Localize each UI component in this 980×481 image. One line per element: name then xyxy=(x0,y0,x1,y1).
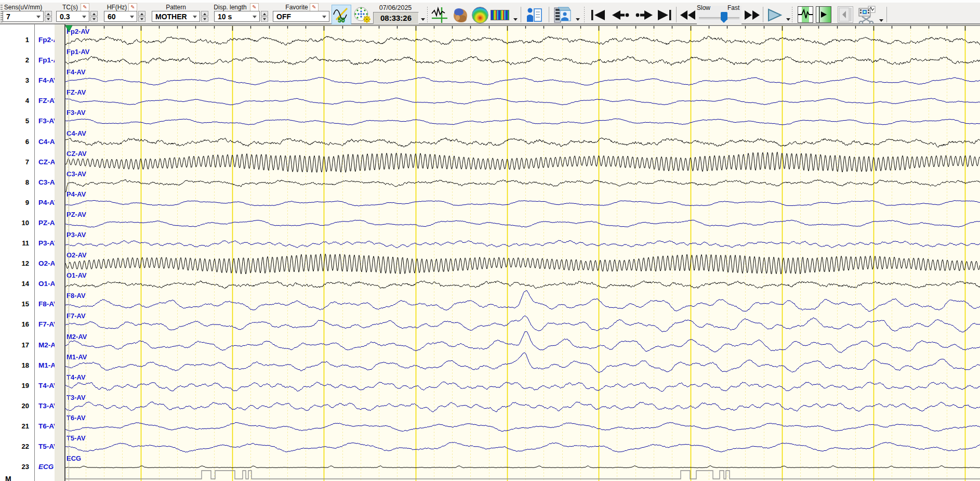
channel-number: 4 xyxy=(0,97,29,105)
channel-row-T3-AV[interactable]: 20T3-AV xyxy=(0,402,55,411)
channel-number: 11 xyxy=(0,239,29,247)
trace-canvas[interactable] xyxy=(65,24,980,481)
channel-row-C4-AV[interactable]: 6C4-AV xyxy=(0,138,55,147)
notch-filter-button[interactable]: 50 xyxy=(332,5,351,24)
sine-needle-icon: 50 xyxy=(333,6,350,23)
channel-row-F8-AV[interactable]: 15F8-AV xyxy=(0,300,55,309)
channel-number: 6 xyxy=(0,138,29,146)
play-button[interactable] xyxy=(766,5,784,24)
edit-pencil-icon[interactable]: ✎ xyxy=(81,3,89,11)
wave-clip-icon xyxy=(798,7,813,22)
slider-handle[interactable] xyxy=(721,12,727,20)
channel-row-T6-AV[interactable]: 21T6-AV xyxy=(0,422,55,432)
channel-row-O1-AV[interactable]: 14O1-AV xyxy=(0,280,55,289)
cut-menu-caret-icon[interactable] xyxy=(879,19,883,24)
tc-spinner[interactable] xyxy=(90,11,98,22)
channel-number: 19 xyxy=(0,382,29,389)
disp-length-combo[interactable]: 10 s xyxy=(214,11,260,22)
back-disabled-button[interactable] xyxy=(838,6,853,23)
film-person-icon xyxy=(553,6,572,24)
svg-text:50: 50 xyxy=(338,17,345,23)
channel-row-PZ-AV[interactable]: 10PZ-AV xyxy=(0,219,55,228)
edit-pencil-icon[interactable]: ✎ xyxy=(310,3,319,11)
patient-report-button[interactable] xyxy=(525,5,544,24)
spin-up-icon xyxy=(261,11,268,16)
prev-event-button[interactable] xyxy=(611,5,631,24)
head-gear-icon xyxy=(353,6,372,24)
edit-pencil-icon[interactable]: ✎ xyxy=(250,3,259,11)
channel-row-C3-AV[interactable]: 8C3-AV xyxy=(0,178,55,188)
channel-row-T5-AV[interactable]: 22T5-AV xyxy=(0,443,55,452)
video-cut-button[interactable] xyxy=(856,5,877,24)
channel-row-F4-AV[interactable]: 3F4-AV xyxy=(0,76,55,86)
channel-row-F3-AV[interactable]: 5F3-AV xyxy=(0,117,55,126)
channel-row-O2-AV[interactable]: 12O2-AV xyxy=(0,259,55,269)
channel-number: 17 xyxy=(0,341,29,349)
channel-row-T4-AV[interactable]: 19T4-AV xyxy=(0,382,55,391)
favorite-combo[interactable]: OFF xyxy=(273,11,329,22)
date-text: 07/06/2025 xyxy=(370,4,421,11)
person-report-icon xyxy=(525,6,543,24)
channel-row-Fp2-AV[interactable]: 1Fp2-AV xyxy=(0,36,55,45)
montage-settings-button[interactable] xyxy=(353,5,372,24)
channel-row-Fp1-AV[interactable]: 2Fp1-AV xyxy=(0,56,55,66)
sens-spinner[interactable] xyxy=(45,11,52,22)
wave-clip-button[interactable] xyxy=(798,6,813,23)
prev-arrow-icon xyxy=(611,9,631,21)
channel-number: 16 xyxy=(0,320,29,328)
chevron-down-icon xyxy=(36,16,41,20)
time-menu-caret-icon[interactable] xyxy=(421,18,425,23)
head-3d-button[interactable] xyxy=(451,5,470,24)
channel-row-P3-AV[interactable]: 11P3-AV xyxy=(0,239,55,249)
chevron-down-icon xyxy=(253,16,257,20)
channel-number: 15 xyxy=(0,300,29,308)
next-event-button[interactable] xyxy=(633,5,654,24)
video-menu-caret-icon[interactable] xyxy=(576,18,580,23)
edit-pencil-icon[interactable]: ✎ xyxy=(128,3,137,11)
topo-map-button[interactable] xyxy=(471,5,489,24)
channel-row-ECG[interactable]: 23ECG xyxy=(0,463,55,472)
channel-row-CZ-AV[interactable]: 7CZ-AV xyxy=(0,158,55,167)
slider-track[interactable] xyxy=(699,17,739,19)
last-page-button[interactable] xyxy=(656,5,673,24)
sens-combo[interactable]: 7 xyxy=(3,11,44,22)
topo-map-icon xyxy=(472,7,488,23)
first-page-button[interactable] xyxy=(590,5,606,24)
channel-row-M1-AV[interactable]: 18M1-AV xyxy=(0,361,55,371)
rewind-button[interactable] xyxy=(679,5,697,24)
chevron-down-icon xyxy=(82,16,86,20)
spin-down-icon xyxy=(261,17,268,22)
channel-number: 5 xyxy=(0,117,29,125)
first-page-icon xyxy=(590,9,606,21)
disp-length-spinner[interactable] xyxy=(261,11,268,22)
fast-forward-icon xyxy=(743,9,761,21)
map-menu-caret-icon[interactable] xyxy=(513,18,518,23)
video-review-button[interactable] xyxy=(553,5,572,24)
channel-number: 22 xyxy=(0,443,29,450)
channel-row-M2-AV[interactable]: 17M2-AV xyxy=(0,341,55,350)
channel-row-P4-AV[interactable]: 9P4-AV xyxy=(0,199,55,208)
channel-number: 10 xyxy=(0,219,29,227)
spin-up-icon xyxy=(45,11,52,16)
channel-name: ECG xyxy=(38,463,54,471)
pattern-spinner[interactable] xyxy=(201,11,208,22)
spectrogram-button[interactable] xyxy=(491,5,509,24)
tc-combo[interactable]: 0.3 xyxy=(56,11,89,22)
waveform-area[interactable]: Fp2-AVFp1-AVF4-AVFZ-AVF3-AVC4-AVCZ-AVC3-… xyxy=(65,24,980,481)
fast-label: Fast xyxy=(727,4,739,11)
spin-down-icon xyxy=(201,17,208,22)
hf-combo[interactable]: 60 xyxy=(104,11,137,22)
play-menu-caret-icon[interactable] xyxy=(786,18,790,23)
event-marker-button[interactable] xyxy=(430,5,449,24)
channel-row-F7-AV[interactable]: 16F7-AV xyxy=(0,320,55,330)
hf-spinner[interactable] xyxy=(138,11,145,22)
fast-forward-button[interactable] xyxy=(743,5,761,24)
rewind-icon xyxy=(679,9,697,21)
channel-number: 9 xyxy=(0,199,29,206)
channel-row-FZ-AV[interactable]: 4FZ-AV xyxy=(0,97,55,106)
play-clip-button[interactable] xyxy=(816,6,831,23)
pattern-combo[interactable]: MOTHER xyxy=(152,11,200,22)
next-arrow-icon xyxy=(634,9,654,21)
chevron-down-icon xyxy=(193,16,197,20)
head-3d-icon xyxy=(452,6,469,24)
